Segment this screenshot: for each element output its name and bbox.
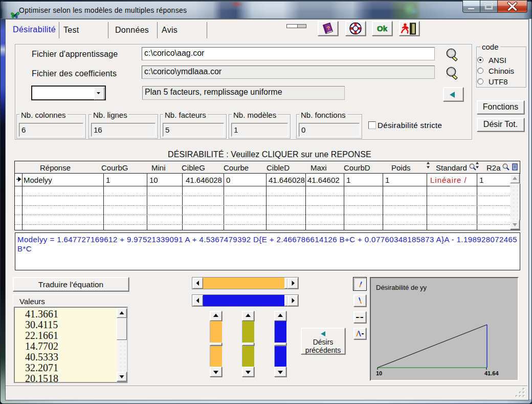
svg-text:10: 10 [376, 370, 382, 376]
svg-text:Ok: Ok [377, 24, 388, 33]
svg-text:41.64: 41.64 [484, 370, 499, 376]
